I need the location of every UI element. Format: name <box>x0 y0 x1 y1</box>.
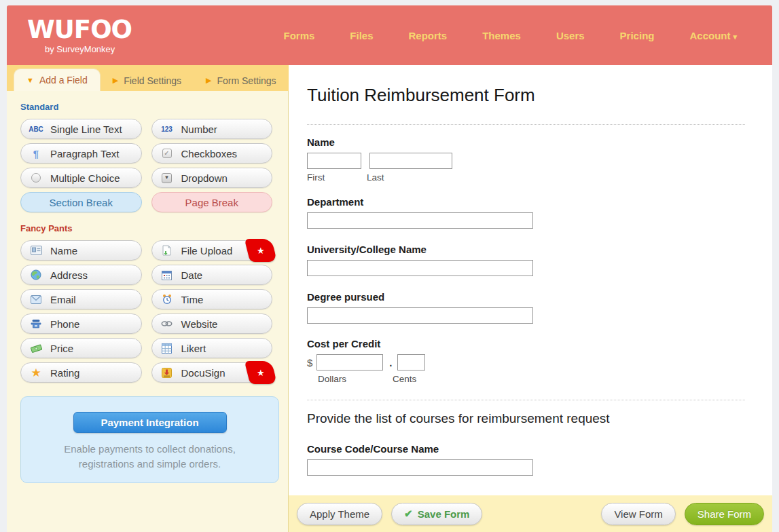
link-icon <box>160 320 175 327</box>
alarm-clock-icon <box>160 294 175 305</box>
name-first-input[interactable] <box>307 153 361 169</box>
paragraph-icon: ¶ <box>29 149 43 159</box>
field-btn-file-upload[interactable]: File Upload ★ <box>151 240 273 261</box>
add-field-sidebar: Standard ABC Single Line Text 123 Number… <box>7 91 289 532</box>
field-btn-price[interactable]: Price <box>20 338 142 358</box>
dollars-input[interactable] <box>316 354 383 370</box>
share-form-button[interactable]: Share Form <box>685 503 764 525</box>
dollar-sign: $ <box>307 357 312 368</box>
field-btn-address[interactable]: Address <box>20 265 142 285</box>
section-break-heading[interactable]: Provide the list of courses for reimburs… <box>307 411 745 426</box>
globe-icon <box>29 269 43 280</box>
nav-forms[interactable]: Forms <box>283 30 314 41</box>
name-last-input[interactable] <box>369 153 452 169</box>
field-department[interactable]: Department <box>307 196 745 229</box>
field-btn-label: Email <box>50 294 76 305</box>
tab-add-a-field[interactable]: ▼ Add a Field <box>14 69 101 91</box>
cents-input[interactable] <box>397 354 425 370</box>
wufoo-logo[interactable]: WUFOO by SurveyMonkey <box>7 17 163 54</box>
field-university[interactable]: University/College Name <box>307 244 745 276</box>
field-btn-label: Website <box>181 318 218 330</box>
field-btn-multiple-choice[interactable]: Multiple Choice <box>20 168 142 188</box>
abc-icon: ABC <box>29 126 43 133</box>
field-btn-rating[interactable]: ★ Rating <box>20 362 142 383</box>
checkbox-icon: ✓ <box>162 149 172 158</box>
nav-files[interactable]: Files <box>350 30 373 41</box>
payment-integration-button[interactable]: Payment Integration <box>73 412 227 433</box>
field-btn-label: Likert <box>181 343 206 354</box>
field-name[interactable]: Name First Last <box>307 136 745 183</box>
field-btn-name[interactable]: Name <box>20 240 142 261</box>
fancy-buttons-grid: Name File Upload ★ Address <box>20 240 272 383</box>
pro-badge: ★ <box>244 361 277 384</box>
nav-users[interactable]: Users <box>556 30 585 41</box>
id-card-icon <box>29 246 43 255</box>
form-title[interactable]: Tuition Reimbursement Form <box>307 85 745 106</box>
field-cost-per-credit[interactable]: Cost per Credit $ . Dollars Cents <box>307 338 745 384</box>
form-canvas: Tuition Reimbursement Form Name First La… <box>289 65 772 532</box>
field-btn-dropdown[interactable]: ▼ Dropdown <box>151 168 273 188</box>
tab-field-settings[interactable]: ▶ Field Settings <box>101 70 194 91</box>
field-btn-page-break[interactable]: Page Break <box>151 192 273 212</box>
last-sublabel: Last <box>367 172 384 183</box>
nav-reports[interactable]: Reports <box>409 30 448 41</box>
apply-theme-label: Apply Theme <box>310 508 369 520</box>
divider <box>307 400 745 400</box>
field-btn-time[interactable]: Time <box>151 289 273 309</box>
field-btn-label: Phone <box>50 318 79 330</box>
nav-themes[interactable]: Themes <box>482 30 521 41</box>
field-label: Course Code/Course Name <box>307 443 745 455</box>
apply-theme-button[interactable]: Apply Theme <box>297 503 382 525</box>
pro-star-icon: ★ <box>257 368 265 378</box>
field-btn-number[interactable]: 123 Number <box>151 119 273 139</box>
field-btn-single-line-text[interactable]: ABC Single Line Text <box>20 119 142 139</box>
checkmark-icon: ✔ <box>404 508 413 520</box>
caret-down-icon: ▾ <box>733 33 737 41</box>
field-btn-phone[interactable]: Phone <box>20 314 142 334</box>
divider <box>307 124 745 125</box>
tab-label: Add a Field <box>39 75 88 86</box>
form-preview: Tuition Reimbursement Form Name First La… <box>289 65 772 476</box>
field-label: University/College Name <box>307 244 745 255</box>
department-input[interactable] <box>307 212 533 229</box>
first-sublabel: First <box>307 172 367 183</box>
field-degree[interactable]: Degree pursued <box>307 291 745 324</box>
main-nav: Forms Files Reports Themes Users Pricing… <box>283 30 772 41</box>
save-form-label: Save Form <box>418 508 470 520</box>
field-btn-label: File Upload <box>181 245 233 256</box>
view-form-button[interactable]: View Form <box>601 503 675 525</box>
save-form-button[interactable]: ✔ Save Form <box>391 503 482 525</box>
field-btn-docusign[interactable]: DocuSign ★ <box>151 362 273 383</box>
field-btn-label: Time <box>181 294 204 305</box>
field-label: Department <box>307 196 745 208</box>
field-btn-label: DocuSign <box>181 367 225 379</box>
table-icon <box>160 343 175 354</box>
triangle-right-icon: ▶ <box>206 76 211 85</box>
field-btn-email[interactable]: Email <box>20 289 142 309</box>
university-input[interactable] <box>307 260 533 276</box>
field-btn-checkboxes[interactable]: ✓ Checkboxes <box>151 143 273 164</box>
field-label: Cost per Credit <box>307 338 745 349</box>
nav-pricing[interactable]: Pricing <box>620 30 655 41</box>
field-course-code[interactable]: Course Code/Course Name <box>307 443 745 476</box>
share-form-label: Share Form <box>698 508 751 520</box>
tab-form-settings[interactable]: ▶ Form Settings <box>194 70 289 91</box>
triangle-right-icon: ▶ <box>113 76 118 85</box>
field-btn-section-break[interactable]: Section Break <box>20 192 142 212</box>
field-btn-paragraph-text[interactable]: ¶ Paragraph Text <box>20 143 142 164</box>
view-form-label: View Form <box>614 508 662 520</box>
degree-input[interactable] <box>307 307 533 324</box>
decimal-separator: . <box>389 357 392 368</box>
field-btn-label: Single Line Text <box>50 124 122 135</box>
payment-integration-box: Payment Integration Enable payments to c… <box>20 396 279 483</box>
file-upload-icon <box>160 245 175 256</box>
nav-account[interactable]: Account▾ <box>689 30 737 41</box>
field-btn-likert[interactable]: Likert <box>151 338 273 358</box>
field-btn-label: Dropdown <box>181 172 228 184</box>
wufoo-logo-subtext: by SurveyMonkey <box>45 44 163 54</box>
course-code-input[interactable] <box>307 459 533 476</box>
wufoo-logo-text: WUFOO <box>27 17 163 42</box>
field-btn-label: Section Break <box>50 197 113 208</box>
field-btn-date[interactable]: Date <box>151 265 273 285</box>
field-btn-website[interactable]: Website <box>151 314 273 334</box>
